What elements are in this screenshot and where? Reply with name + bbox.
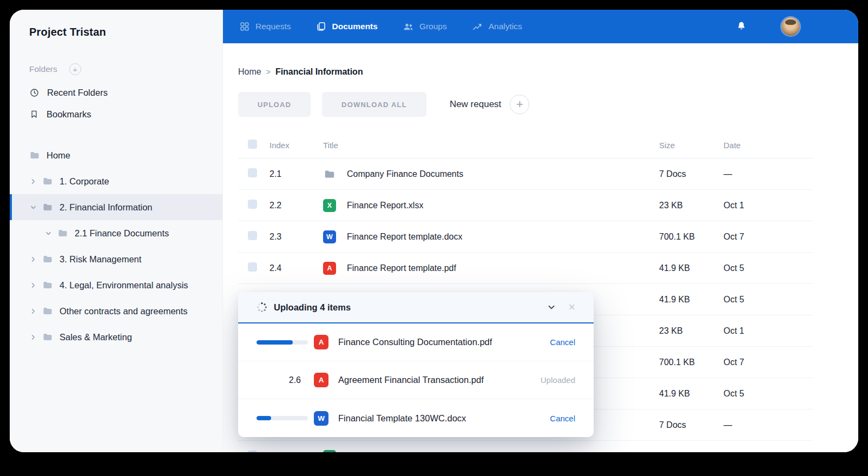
tab-documents[interactable]: Documents xyxy=(315,21,377,32)
sidebar-item-home[interactable]: Home xyxy=(10,142,222,168)
tree-label: 3. Risk Management xyxy=(60,254,141,265)
row-checkbox[interactable] xyxy=(248,168,257,177)
file-date: Oct 1 xyxy=(724,452,813,453)
file-size: 23 KB xyxy=(659,201,724,210)
project-title: Project Tristan xyxy=(29,26,222,38)
sidebar-item-corporate[interactable]: 1. Corporate xyxy=(10,168,222,194)
new-request-button[interactable]: New request + xyxy=(450,95,529,114)
breadcrumb-current: Financial Information xyxy=(275,67,363,77)
upload-file-name: Financial Template 130WC.docx xyxy=(338,413,550,424)
upload-item-row: 2.6 A Agreement Financial Transaction.pd… xyxy=(238,361,594,399)
cancel-upload-link[interactable]: Cancel xyxy=(550,414,575,423)
file-size: 700.1 KB xyxy=(659,358,724,367)
folder-icon xyxy=(42,306,53,316)
folder-icon xyxy=(57,228,68,239)
folder-icon xyxy=(42,202,53,213)
col-title: Title xyxy=(315,141,659,150)
file-title: Finance Report.xlsx xyxy=(347,452,423,453)
table-row[interactable]: 2.1 Company Finance Documents 7 Docs — xyxy=(238,158,813,190)
collapse-chevron-icon[interactable] xyxy=(547,302,556,312)
row-checkbox[interactable] xyxy=(248,451,257,452)
cancel-upload-link[interactable]: Cancel xyxy=(550,338,575,347)
table-row[interactable]: 2.2 X Finance Report.xlsx 23 KB Oct 1 xyxy=(238,190,813,221)
tab-label: Requests xyxy=(255,22,291,31)
folder-icon xyxy=(42,254,53,265)
file-size: 41.9 KB xyxy=(659,295,724,305)
tab-requests[interactable]: Requests xyxy=(239,21,291,32)
file-size: 7 Docs xyxy=(659,169,724,179)
sidebar-item-sales-marketing[interactable]: Sales & Marketing xyxy=(10,324,222,350)
col-index: Index xyxy=(262,141,315,150)
file-date: — xyxy=(724,169,813,179)
file-title: Finance Report.xlsx xyxy=(347,201,423,210)
tree-label: 2. Financial Information xyxy=(60,202,153,213)
bookmark-icon xyxy=(29,109,39,119)
shortcut-label: Bookmarks xyxy=(47,109,91,120)
folder-icon xyxy=(323,168,336,180)
tree-label: Sales & Marketing xyxy=(60,332,132,342)
bell-icon xyxy=(736,21,747,33)
sidebar-item-risk-management[interactable]: 3. Risk Management xyxy=(10,246,222,272)
col-size: Size xyxy=(659,141,724,150)
close-icon[interactable]: × xyxy=(568,301,575,313)
tree-label: Other contracts and agreements xyxy=(60,306,188,316)
row-index: 2.1 xyxy=(262,169,315,179)
row-checkbox[interactable] xyxy=(248,200,257,209)
tree-label: 1. Corporate xyxy=(60,176,109,187)
chevron-right-icon xyxy=(29,255,37,263)
tab-groups[interactable]: Groups xyxy=(403,21,447,32)
sidebar-item-financial-information[interactable]: 2. Financial Information xyxy=(10,194,222,220)
folders-label: Folders xyxy=(29,64,57,74)
file-date: Oct 1 xyxy=(724,201,813,210)
tab-analytics[interactable]: Analytics xyxy=(472,21,522,32)
chevron-down-icon xyxy=(44,229,52,237)
row-checkbox[interactable] xyxy=(248,231,257,240)
pdf-icon: A xyxy=(314,373,328,387)
table-row[interactable]: 2.4 A Finance Report template.pdf 41.9 K… xyxy=(238,253,813,284)
docx-icon: W xyxy=(323,230,336,243)
file-title: Company Finance Documents xyxy=(347,169,463,179)
table-row[interactable]: 2.2 X Finance Report.xlsx 23 KB Oct 1 xyxy=(238,441,813,452)
folder-icon xyxy=(42,332,53,342)
add-folder-button[interactable]: + xyxy=(69,63,81,75)
avatar[interactable] xyxy=(781,17,800,36)
download-all-button[interactable]: DOWNLOAD ALL xyxy=(322,92,426,117)
groups-icon xyxy=(403,21,414,32)
file-size: 23 KB xyxy=(659,326,724,336)
clock-icon xyxy=(29,88,40,98)
main-content: Home > Financial Information UPLOAD DOWN… xyxy=(223,43,858,452)
tab-label: Analytics xyxy=(489,22,522,31)
sidebar-item-finance-documents[interactable]: 2.1 Finance Documents xyxy=(10,220,222,246)
docx-icon: W xyxy=(314,411,328,426)
file-size: 41.9 KB xyxy=(659,263,724,273)
upload-item-index: 2.6 xyxy=(289,375,301,385)
file-date: Oct 5 xyxy=(724,263,813,273)
sidebar-item-legal-environmental[interactable]: 4. Legal, Environmental analysis xyxy=(10,272,222,298)
chevron-down-icon xyxy=(29,203,37,211)
file-date: Oct 7 xyxy=(724,358,813,367)
file-date: Oct 5 xyxy=(724,295,813,305)
sidebar: Project Tristan Folders + Recent Folders… xyxy=(10,10,223,452)
upload-panel-header: Uploading 4 items × xyxy=(238,292,594,323)
progress-bar xyxy=(257,416,308,420)
table-row[interactable]: 2.3 W Finance Report template.docx 700.1… xyxy=(238,221,813,253)
analytics-icon xyxy=(472,21,483,32)
tree-label: 4. Legal, Environmental analysis xyxy=(60,280,188,290)
sidebar-item-other-contracts[interactable]: Other contracts and agreements xyxy=(10,298,222,324)
row-index: 2.3 xyxy=(262,232,315,242)
breadcrumb: Home > Financial Information xyxy=(238,67,363,77)
file-size: 700.1 KB xyxy=(659,232,724,242)
xlsx-icon: X xyxy=(323,450,336,453)
file-date: Oct 1 xyxy=(724,326,813,336)
upload-panel: Uploading 4 items × A Finance Consulting… xyxy=(238,292,594,437)
sidebar-item-bookmarks[interactable]: Bookmarks xyxy=(10,103,222,125)
upload-button[interactable]: UPLOAD xyxy=(238,92,311,117)
tab-label: Groups xyxy=(419,22,447,31)
upload-file-name: Finance Consulting Documentation.pdf xyxy=(338,337,550,347)
notifications-button[interactable] xyxy=(736,21,747,33)
breadcrumb-home-link[interactable]: Home xyxy=(238,67,261,77)
sidebar-item-recent-folders[interactable]: Recent Folders xyxy=(10,82,222,103)
select-all-checkbox[interactable] xyxy=(248,140,257,149)
row-checkbox[interactable] xyxy=(248,262,257,272)
row-index: 2.2 xyxy=(262,201,315,210)
